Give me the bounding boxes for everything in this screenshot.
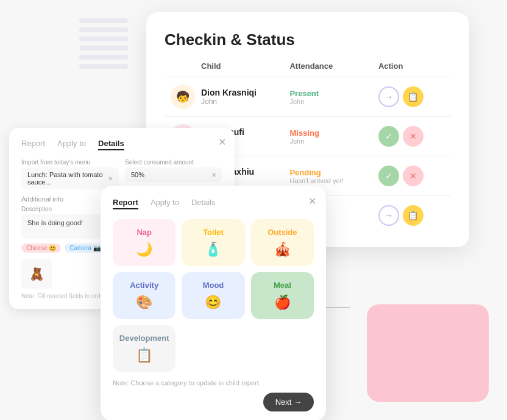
report-footer: Next → — [113, 393, 314, 411]
amount-field: Select consumed amount 50% ✕ — [125, 159, 222, 189]
cheese-tag[interactable]: Cheese 😊 — [21, 243, 61, 253]
camera-tag[interactable]: Camera 📷 — [65, 243, 105, 253]
category-card-toilet[interactable]: Toilet 🧴 — [182, 219, 244, 266]
attendance-cell: Pending Hasn't arrived yet! — [289, 168, 378, 184]
dismiss-button[interactable]: ✕ — [403, 166, 424, 186]
navigate-button[interactable]: → — [378, 86, 399, 107]
attendance-sub: Hasn't arrived yet! — [289, 177, 378, 184]
dismiss-button[interactable]: ✕ — [403, 126, 424, 147]
attendance-status: Present — [289, 89, 378, 98]
check-button[interactable]: ✓ — [378, 126, 399, 147]
attendance-cell: Missing John — [289, 128, 378, 145]
amount-value[interactable]: 50% ✕ — [125, 167, 222, 182]
photo-placeholder[interactable]: 🧸 — [21, 259, 52, 289]
import-value[interactable]: Lunch: Pasta with tomato sauce... ✕ — [21, 167, 119, 189]
activity-icon: 🎨 — [136, 295, 152, 310]
bg-pink-decoration — [367, 304, 489, 402]
category-card-activity[interactable]: Activity 🎨 — [113, 272, 176, 319]
category-card-nap[interactable]: Nap 🌙 — [113, 219, 176, 266]
amount-label: Select consumed amount — [125, 159, 222, 166]
checkin-table-header: Child Attendance Action — [165, 61, 451, 77]
meal-icon: 🍎 — [274, 295, 291, 310]
table-row: 🧒 Dion Krasniqi John Present John → 📋 — [165, 77, 451, 116]
tab-apply-to[interactable]: Apply to — [151, 198, 179, 209]
action-buttons: ✓ ✕ — [378, 126, 445, 147]
card-label-meal: Meal — [274, 281, 291, 290]
card-label-development: Development — [119, 334, 169, 343]
card-label-activity: Activity — [130, 281, 158, 290]
tab-report[interactable]: Report — [21, 139, 45, 150]
child-name: Dion Krasniqi — [201, 88, 289, 97]
outside-icon: 🎪 — [274, 242, 291, 257]
col-action: Action — [378, 61, 445, 71]
import-field: Import from today's menu Lunch: Pasta wi… — [21, 159, 119, 189]
details-tabs: Report Apply to Details — [21, 139, 222, 150]
col-attendance: Attendance — [289, 61, 378, 71]
action-buttons: → 📋 — [378, 205, 445, 226]
col-child: Child — [201, 61, 289, 71]
tab-details[interactable]: Details — [191, 198, 216, 209]
category-card-meal[interactable]: Meal 🍎 — [251, 272, 314, 319]
attendance-status: Missing — [289, 128, 378, 138]
clipboard-button[interactable]: 📋 — [403, 86, 424, 107]
card-label-toilet: Toilet — [203, 228, 224, 237]
action-buttons: → 📋 — [378, 86, 445, 107]
child-info: Dion Krasniqi John — [201, 88, 289, 106]
chevron-down-icon: ✕ — [108, 175, 113, 182]
tab-report[interactable]: Report — [113, 198, 138, 209]
report-tabs: Report Apply to Details — [113, 198, 314, 209]
close-icon[interactable]: ✕ — [308, 195, 316, 207]
mood-icon: 😊 — [205, 295, 221, 310]
category-card-outside[interactable]: Outside 🎪 — [251, 219, 314, 266]
next-button[interactable]: Next → — [263, 393, 314, 411]
action-buttons: ✓ ✕ — [378, 166, 445, 186]
checkin-title: Checkin & Status — [165, 30, 451, 49]
clipboard-button[interactable]: 📋 — [403, 205, 424, 226]
nap-icon: 🌙 — [136, 242, 152, 257]
report-panel: Report Apply to Details ✕ Nap 🌙 Toilet 🧴… — [101, 186, 326, 420]
category-card-development[interactable]: Development 📋 — [113, 325, 176, 372]
attendance-cell: Present John — [289, 89, 378, 105]
card-label-nap: Nap — [136, 228, 152, 237]
bg-decorative-lines — [79, 18, 128, 69]
tab-apply-to[interactable]: Apply to — [57, 139, 86, 150]
category-grid: Nap 🌙 Toilet 🧴 Outside 🎪 Activity 🎨 Mood… — [113, 219, 314, 319]
development-icon: 📋 — [136, 348, 152, 363]
report-note: Note: Choose a category to update in chi… — [113, 379, 314, 387]
attendance-status: Pending — [289, 168, 378, 177]
card-label-mood: Mood — [203, 281, 224, 290]
close-icon[interactable]: ✕ — [218, 136, 226, 148]
check-button[interactable]: ✓ — [378, 166, 399, 186]
attendance-sub: John — [289, 138, 378, 145]
avatar: 🧒 — [171, 85, 195, 109]
tab-details[interactable]: Details — [98, 139, 124, 150]
child-sub: John — [201, 97, 289, 106]
card-label-outside: Outside — [268, 228, 297, 237]
details-form-row: Import from today's menu Lunch: Pasta wi… — [21, 159, 222, 189]
attendance-sub: John — [289, 98, 378, 105]
toilet-icon: 🧴 — [205, 242, 221, 257]
navigate-button[interactable]: → — [378, 205, 399, 226]
category-card-mood[interactable]: Mood 😊 — [182, 272, 244, 319]
import-label: Import from today's menu — [21, 159, 119, 166]
chevron-down-icon: ✕ — [211, 172, 216, 178]
